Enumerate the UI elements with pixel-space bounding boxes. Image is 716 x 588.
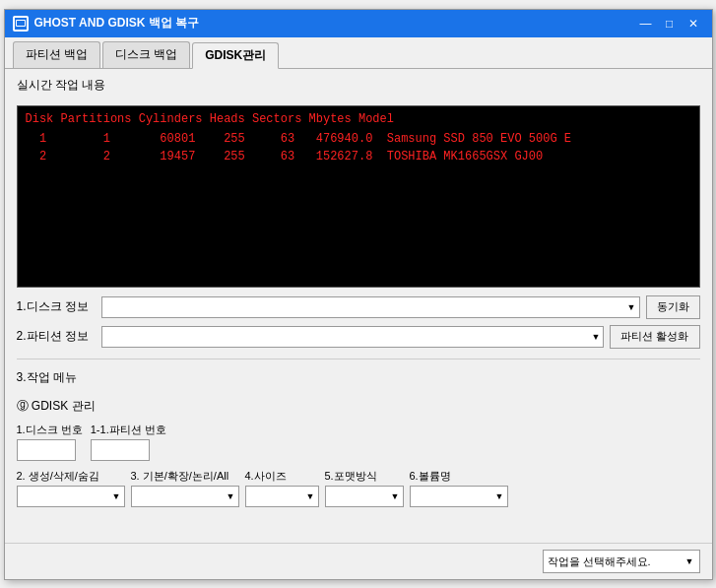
partition-number-input[interactable] [91, 439, 150, 461]
tab-bar: 파티션 백업 디스크 백업 GDISK관리 [5, 37, 712, 69]
disk-number-input[interactable] [17, 439, 76, 461]
volume-select[interactable] [410, 486, 508, 507]
tab-partition-backup[interactable]: 파티션 백업 [13, 41, 100, 68]
minimize-button[interactable]: — [635, 15, 657, 33]
partition-info-row: 2.파티션 정보 파티션 활성화 [17, 325, 700, 349]
bottom-bar: 작업을 선택해주세요. [5, 543, 712, 579]
partition-info-select[interactable] [101, 326, 605, 348]
format-group: 5.포맷방식 [325, 469, 404, 507]
size-group: 4.사이즈 [245, 469, 319, 507]
disk-info-combo-wrapper [101, 296, 640, 318]
divider-1 [17, 359, 700, 359]
maximize-button[interactable]: □ [659, 15, 681, 33]
size-label: 4.사이즈 [245, 469, 319, 484]
terminal-output: Disk Partitions Cylinders Heads Sectors … [17, 105, 700, 288]
title-controls: — □ ✕ [635, 15, 704, 33]
disk-partition-row: 1.디스크 번호 1-1.파티션 번호 [17, 423, 700, 461]
main-content: 실시간 작업 내용 Disk Partitions Cylinders Head… [5, 69, 712, 543]
volume-group: 6.볼륨명 [410, 469, 508, 507]
format-label: 5.포맷방식 [325, 469, 404, 484]
status-select[interactable]: 작업을 선택해주세요. [543, 550, 700, 573]
title-bar: GHOST AND GDISK 백업 복구 — □ ✕ [5, 10, 712, 37]
size-select[interactable] [245, 486, 319, 507]
format-combo-wrapper [325, 486, 404, 507]
title-bar-left: GHOST AND GDISK 백업 복구 [13, 15, 200, 32]
base-type-group: 3. 기본/확장/논리/All [131, 469, 239, 507]
task-menu-label: 3.작업 메뉴 [17, 369, 700, 386]
disk-info-label: 1.디스크 정보 [17, 298, 96, 315]
terminal-row-1: 1 1 60801 255 63 476940.0 Samsung SSD 85… [26, 130, 691, 148]
tab-gdisk-manage[interactable]: GDISK관리 [192, 42, 279, 69]
partition-info-label: 2.파티션 정보 [17, 328, 96, 345]
terminal-row-2: 2 2 19457 255 63 152627.8 TOSHIBA MK1665… [26, 148, 691, 165]
partition-info-combo-wrapper [101, 326, 605, 348]
volume-combo-wrapper [410, 486, 508, 507]
status-combo-wrapper: 작업을 선택해주세요. [543, 550, 700, 573]
base-type-label: 3. 기본/확장/논리/All [131, 469, 239, 484]
partition-number-group: 1-1.파티션 번호 [91, 423, 166, 461]
partition-number-label: 1-1.파티션 번호 [91, 423, 166, 437]
tab-disk-backup[interactable]: 디스크 백업 [102, 41, 190, 68]
base-type-select[interactable] [131, 486, 239, 507]
create-delete-select[interactable] [17, 486, 125, 507]
partition-activate-button[interactable]: 파티션 활성화 [610, 325, 699, 349]
app-icon [13, 16, 29, 32]
window-title: GHOST AND GDISK 백업 복구 [34, 15, 200, 32]
action-row: 2. 생성/삭제/숨김 3. 기본/확장/논리/All 4.사이즈 [17, 469, 700, 507]
gdisk-manage-label: ⓖ GDISK 관리 [17, 398, 700, 415]
format-select[interactable] [325, 486, 404, 507]
main-window: GHOST AND GDISK 백업 복구 — □ ✕ 파티션 백업 디스크 백… [4, 9, 713, 580]
close-button[interactable]: ✕ [683, 15, 704, 33]
disk-info-select[interactable] [101, 296, 640, 318]
create-delete-label: 2. 생성/삭제/숨김 [17, 469, 125, 484]
disk-number-group: 1.디스크 번호 [17, 423, 83, 461]
create-delete-group: 2. 생성/삭제/숨김 [17, 469, 125, 507]
sync-button[interactable]: 동기화 [646, 295, 700, 319]
form-section: 1.디스크 정보 동기화 2.파티션 정보 파티션 활성화 [17, 295, 700, 349]
volume-label: 6.볼륨명 [410, 469, 508, 484]
create-delete-combo-wrapper [17, 486, 125, 507]
size-combo-wrapper [245, 486, 319, 507]
disk-info-row: 1.디스크 정보 동기화 [17, 295, 700, 319]
base-type-combo-wrapper [131, 486, 239, 507]
realtime-label: 실시간 작업 내용 [17, 77, 700, 94]
svg-rect-2 [17, 21, 25, 26]
terminal-header: Disk Partitions Cylinders Heads Sectors … [26, 112, 691, 126]
disk-number-label: 1.디스크 번호 [17, 423, 83, 437]
